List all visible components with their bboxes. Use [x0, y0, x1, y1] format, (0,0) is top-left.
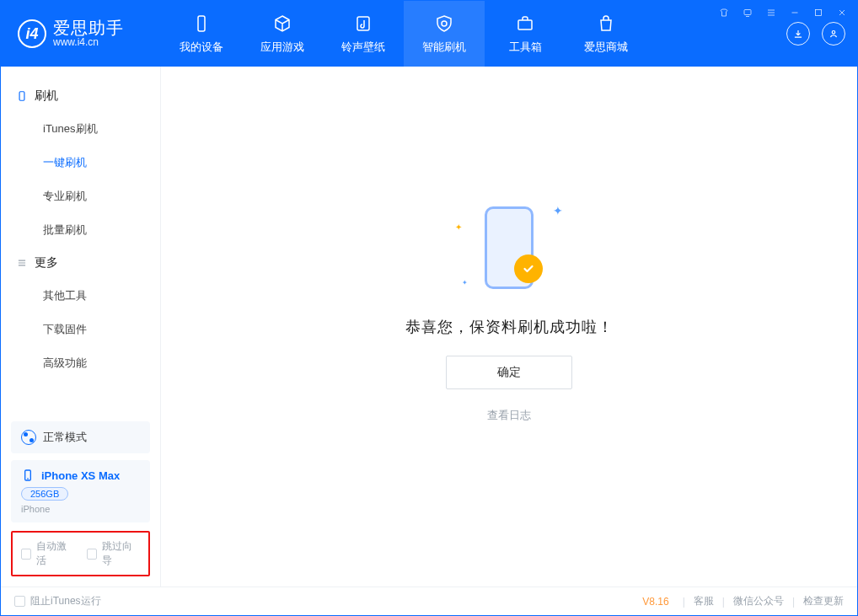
- download-icon[interactable]: [786, 22, 810, 46]
- main-content: ✦ ✦ ✦ 恭喜您，保资料刷机成功啦！ 确定 查看日志: [161, 67, 857, 587]
- checkbox-icon: [21, 549, 31, 560]
- success-message: 恭喜您，保资料刷机成功啦！: [405, 317, 614, 337]
- sidebar-item-batch-flash[interactable]: 批量刷机: [1, 213, 160, 247]
- mode-label: 正常模式: [43, 430, 87, 445]
- close-button[interactable]: [835, 6, 849, 19]
- sidebar-group-more[interactable]: 更多: [1, 247, 160, 279]
- svg-rect-2: [198, 16, 205, 31]
- logo-text: 爱思助手 www.i4.cn: [53, 19, 124, 48]
- sidebar-item-advanced[interactable]: 高级功能: [1, 346, 160, 380]
- device-type: iPhone: [21, 504, 140, 514]
- device-name: iPhone XS Max: [41, 469, 120, 482]
- highlighted-options: 自动激活 跳过向导: [11, 531, 150, 576]
- confirm-button[interactable]: 确定: [446, 356, 572, 389]
- briefcase-icon: [514, 13, 536, 35]
- sidebar-item-itunes-flash[interactable]: iTunes刷机: [1, 112, 160, 146]
- footer-left: 阻止iTunes运行: [14, 594, 101, 608]
- svg-rect-1: [816, 10, 822, 16]
- footer-right: V8.16 | 客服 | 微信公众号 | 检查更新: [642, 594, 844, 608]
- sidebar-item-pro-flash[interactable]: 专业刷机: [1, 179, 160, 213]
- checkbox-icon: [14, 596, 25, 607]
- nav-ringtone-wallpaper[interactable]: 铃声壁纸: [323, 1, 404, 67]
- shopping-bag-icon: [595, 13, 617, 35]
- body: 刷机 iTunes刷机 一键刷机 专业刷机 批量刷机 更多 其他工具 下载固件 …: [1, 67, 857, 587]
- sparkle-icon: ✦: [553, 204, 563, 217]
- nav-apps-games[interactable]: 应用游戏: [242, 1, 323, 67]
- list-icon: [16, 257, 28, 269]
- sparkle-icon: ✦: [455, 222, 462, 232]
- device-card[interactable]: iPhone XS Max 256GB iPhone: [11, 460, 150, 522]
- nav-toolbox[interactable]: 工具箱: [485, 1, 566, 67]
- sidebar-group-title: 刷机: [35, 88, 58, 104]
- view-log-link[interactable]: 查看日志: [487, 408, 531, 423]
- checkbox-label: 跳过向导: [102, 539, 140, 568]
- feedback-icon[interactable]: [741, 6, 754, 19]
- nav-store[interactable]: 爱思商城: [566, 1, 646, 67]
- logo[interactable]: i4 爱思助手 www.i4.cn: [1, 1, 161, 67]
- main-nav: 我的设备 应用游戏 铃声壁纸 智能刷机 工具箱 爱思商城: [161, 1, 646, 67]
- version-label: V8.16: [642, 596, 668, 608]
- separator: |: [683, 596, 685, 608]
- checkbox-auto-activate[interactable]: 自动激活: [21, 539, 75, 568]
- svg-point-5: [832, 31, 835, 35]
- support-link[interactable]: 客服: [694, 594, 714, 608]
- check-badge-icon: [514, 254, 543, 283]
- minimize-button[interactable]: [788, 6, 802, 19]
- device-icon: [190, 13, 212, 35]
- checkbox-label: 自动激活: [36, 539, 74, 568]
- sidebar: 刷机 iTunes刷机 一键刷机 专业刷机 批量刷机 更多 其他工具 下载固件 …: [1, 67, 161, 587]
- svg-rect-0: [744, 10, 751, 15]
- svg-rect-6: [19, 92, 24, 101]
- phone-icon: [21, 469, 35, 482]
- wechat-link[interactable]: 微信公众号: [733, 594, 784, 608]
- footer: 阻止iTunes运行 V8.16 | 客服 | 微信公众号 | 检查更新: [1, 587, 857, 615]
- mode-icon: [21, 430, 36, 445]
- header: i4 爱思助手 www.i4.cn 我的设备 应用游戏 铃声壁纸 智能刷机: [1, 1, 857, 67]
- shield-refresh-icon: [433, 13, 455, 35]
- sidebar-item-download-firmware[interactable]: 下载固件: [1, 313, 160, 346]
- sidebar-bottom: 正常模式 iPhone XS Max 256GB iPhone 自动激活: [1, 415, 160, 587]
- separator: |: [792, 596, 795, 608]
- checkbox-skip-guide[interactable]: 跳过向导: [87, 539, 141, 568]
- result-panel: ✦ ✦ ✦ 恭喜您，保资料刷机成功啦！ 确定 查看日志: [405, 197, 614, 423]
- sidebar-item-oneclick-flash[interactable]: 一键刷机: [1, 146, 160, 179]
- svg-rect-4: [518, 20, 532, 29]
- success-illustration: ✦ ✦ ✦: [450, 197, 568, 298]
- logo-icon: i4: [18, 19, 46, 48]
- window-controls: [717, 6, 849, 19]
- nav-label: 智能刷机: [422, 40, 466, 55]
- skin-icon[interactable]: [717, 6, 731, 19]
- music-note-icon: [352, 13, 374, 35]
- mode-card[interactable]: 正常模式: [11, 421, 150, 453]
- nav-label: 应用游戏: [260, 40, 304, 55]
- phone-icon: [16, 90, 28, 102]
- checkbox-label: 阻止iTunes运行: [30, 594, 101, 608]
- sidebar-group-title: 更多: [35, 255, 58, 271]
- cube-icon: [271, 13, 293, 35]
- maximize-button[interactable]: [812, 6, 825, 19]
- sidebar-item-other-tools[interactable]: 其他工具: [1, 279, 160, 313]
- user-icon[interactable]: [822, 22, 845, 46]
- sparkle-icon: ✦: [462, 279, 468, 287]
- separator: |: [722, 596, 725, 608]
- app-window: i4 爱思助手 www.i4.cn 我的设备 应用游戏 铃声壁纸 智能刷机: [0, 0, 858, 616]
- nav-label: 铃声壁纸: [341, 40, 385, 55]
- nav-smart-flash[interactable]: 智能刷机: [404, 1, 485, 67]
- checkbox-block-itunes[interactable]: 阻止iTunes运行: [14, 594, 101, 608]
- nav-my-device[interactable]: 我的设备: [161, 1, 242, 67]
- sidebar-group-flash[interactable]: 刷机: [1, 80, 160, 112]
- checkbox-icon: [87, 549, 97, 560]
- app-name: 爱思助手: [53, 19, 124, 37]
- menu-icon[interactable]: [764, 6, 778, 19]
- nav-label: 我的设备: [180, 40, 223, 55]
- nav-label: 爱思商城: [584, 40, 628, 55]
- app-website: www.i4.cn: [53, 37, 124, 48]
- nav-label: 工具箱: [509, 40, 542, 55]
- device-storage: 256GB: [21, 487, 68, 501]
- update-link[interactable]: 检查更新: [803, 594, 844, 608]
